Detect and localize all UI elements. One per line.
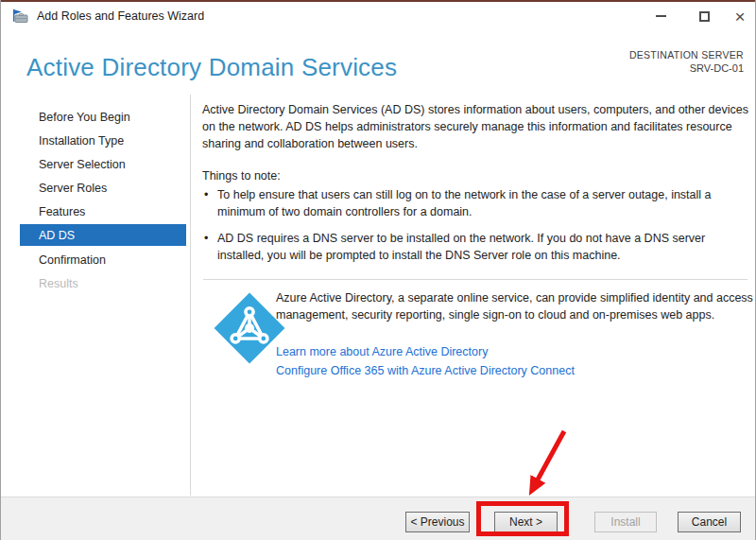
maximize-button[interactable] <box>689 2 719 30</box>
note-item-dns-server: AD DS requires a DNS server to be instal… <box>202 230 752 264</box>
sidebar-item-before-you-begin[interactable]: Before You Begin <box>20 106 186 128</box>
cancel-button[interactable]: Cancel <box>678 512 741 532</box>
close-icon: × <box>734 8 745 26</box>
window-title: Add Roles and Features Wizard <box>37 9 204 23</box>
add-roles-features-wizard-window: Add Roles and Features Wizard × Active D… <box>0 0 756 540</box>
install-button: Install <box>594 512 657 532</box>
sidebar-item-server-selection[interactable]: Server Selection <box>20 153 186 175</box>
sidebar-item-server-roles[interactable]: Server Roles <box>20 177 186 199</box>
note-item-domain-controllers: To help ensure that users can still log … <box>202 186 752 220</box>
sidebar-separator <box>190 95 191 496</box>
wizard-steps-sidebar: Before You Begin Installation Type Serve… <box>1 95 190 496</box>
azure-description: Azure Active Directory, a separate onlin… <box>276 289 756 323</box>
notes-list: To help ensure that users can still log … <box>202 186 752 273</box>
titlebar[interactable]: Add Roles and Features Wizard × <box>1 2 756 30</box>
sidebar-item-ad-ds[interactable]: AD DS <box>20 224 186 246</box>
sidebar-item-installation-type[interactable]: Installation Type <box>20 130 186 151</box>
next-button[interactable]: Next > <box>494 512 558 532</box>
destination-server-block: DESTINATION SERVER SRV-DC-01 <box>629 49 744 74</box>
sidebar-item-confirmation[interactable]: Confirmation <box>20 249 186 270</box>
things-to-note-label: Things to note: <box>202 167 281 184</box>
wizard-header: Active Directory Domain Services DESTINA… <box>1 30 756 95</box>
section-divider <box>203 279 747 280</box>
previous-button[interactable]: < Previous <box>405 512 470 532</box>
server-manager-icon <box>12 9 29 24</box>
minimize-icon <box>656 15 666 17</box>
destination-server-label: DESTINATION SERVER <box>629 49 744 61</box>
close-button[interactable]: × <box>725 2 755 30</box>
intro-paragraph: Active Directory Domain Services (AD DS)… <box>202 101 752 152</box>
sidebar-item-results: Results <box>20 272 186 294</box>
destination-server-name: SRV-DC-01 <box>629 62 744 74</box>
link-learn-more-azure-ad[interactable]: Learn more about Azure Active Directory <box>276 345 488 358</box>
page-title: Active Directory Domain Services <box>26 53 397 82</box>
minimize-button[interactable] <box>645 2 676 30</box>
maximize-icon <box>699 11 710 22</box>
link-configure-office365[interactable]: Configure Office 365 with Azure Active D… <box>276 364 575 377</box>
sidebar-item-features[interactable]: Features <box>20 200 186 222</box>
